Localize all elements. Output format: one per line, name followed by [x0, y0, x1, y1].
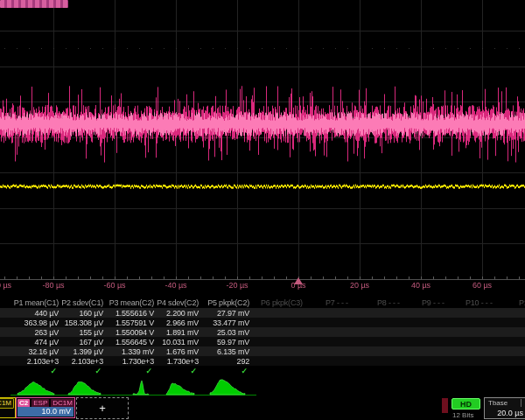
bit-depth-label: 12 Bits: [452, 411, 473, 419]
status-check-icon: ✓: [241, 367, 248, 375]
time-axis-label: -60 µs: [103, 281, 125, 290]
param-header-disabled[interactable]: P7 - - -: [326, 298, 348, 307]
status-check-icon: ✓: [50, 367, 57, 375]
param-value-cell: 155 µV: [79, 328, 103, 337]
param-header[interactable]: P4 sdev(C2): [157, 298, 199, 307]
param-value-cell: 440 µV: [34, 309, 59, 318]
param-value-cell: 292: [237, 357, 249, 366]
time-axis-label: -40 µs: [164, 281, 186, 290]
param-value-cell: 6.135 mV: [217, 347, 249, 356]
param-header-disabled[interactable]: P8 - - -: [377, 298, 400, 307]
time-axis: -100 µs-80 µs-60 µs-40 µs-20 µs0 µs20 µs…: [0, 281, 525, 291]
add-trace-plus-icon: +: [99, 401, 106, 414]
param-value-cell: 25.03 mV: [217, 328, 249, 337]
measurement-table[interactable]: P1 mean(C1)440 µV363.98 µV263 µV474 µV32…: [0, 296, 525, 399]
time-axis-label: 0 µs: [290, 281, 305, 290]
timebase-value: 20.0 µs: [485, 409, 523, 417]
param-value-cell: 1.557591 V: [116, 318, 154, 327]
c1-coupling-chip: DC1M: [0, 398, 14, 409]
param-value-cell: 1.555616 V: [116, 309, 154, 318]
param-value-cell: 32.16 µV: [28, 347, 59, 356]
param-value-cell: 2.103e+3: [72, 357, 103, 366]
hd-badge-label: HD: [460, 400, 472, 409]
time-axis-label: 60 µs: [472, 281, 492, 290]
param-value-cell: 59.97 mV: [217, 338, 249, 346]
param-header[interactable]: P5 pkpk(C2): [207, 298, 249, 307]
param-value-cell: 2.966 mV: [166, 318, 199, 327]
c1-chip-row: DC1M: [0, 399, 14, 408]
param-header-disabled[interactable]: P11: [519, 298, 525, 307]
param-value-cell: 263 µV: [34, 328, 59, 337]
top-left-overlay-badge[interactable]: [0, 0, 68, 8]
time-axis-label: -80 µs: [42, 281, 64, 290]
param-value-cell: 1.730e+3: [167, 357, 199, 366]
param-value-cell: 474 µV: [34, 338, 59, 346]
param-value-cell: 1.730e+3: [122, 357, 154, 366]
param-value-cell: 1.339 mV: [122, 347, 154, 356]
time-axis-label: -100 µs: [0, 281, 11, 290]
param-value-cell: 167 µV: [79, 338, 103, 346]
param-value-cell: 363.98 µV: [24, 318, 59, 327]
status-check-icon: ✓: [94, 367, 102, 375]
param-value-cell: 1.399 µV: [73, 347, 103, 356]
hd-mode-badge[interactable]: HD: [452, 398, 480, 410]
param-value-cell: 27.97 mV: [217, 309, 249, 318]
param-value-cell: 1.556645 V: [116, 338, 154, 346]
param-header[interactable]: P1 mean(C1): [14, 298, 59, 307]
param-header-disabled[interactable]: P6 pkpk(C3): [261, 298, 303, 307]
param-header[interactable]: P3 mean(C2): [109, 298, 154, 307]
status-check-icon: ✓: [145, 367, 152, 375]
time-axis-label: 40 µs: [411, 281, 430, 290]
param-value-cell: 1.891 mV: [166, 328, 199, 337]
param-header[interactable]: P2 sdev(C1): [61, 298, 103, 307]
param-value-cell: 10.031 mV: [162, 338, 199, 346]
timebase-divider: [521, 399, 522, 407]
c2-scale-value: 10.0 mV: [18, 407, 74, 416]
param-value-cell: 1.550094 V: [116, 328, 154, 337]
param-value-cell: 158.308 µV: [65, 318, 103, 327]
descriptor-bar: DC1M 0 mV C2 ESP DC1M 10.0 mV + HD 12 Bi…: [0, 396, 525, 420]
trigger-descriptor-partial[interactable]: [442, 398, 448, 413]
param-value-cell: 160 µV: [79, 309, 103, 318]
param-value-cell: 2.200 mV: [166, 309, 199, 318]
channel-c2-descriptor[interactable]: C2 ESP DC1M 10.0 mV: [16, 397, 75, 418]
param-header-disabled[interactable]: P9 - - -: [422, 298, 444, 307]
empty-trace-slot[interactable]: +: [76, 397, 129, 419]
param-value-cell: 1.676 mV: [166, 347, 199, 356]
time-axis-label: -20 µs: [226, 281, 248, 290]
time-axis-label: 20 µs: [350, 281, 369, 290]
channel-c1-descriptor[interactable]: DC1M 0 mV: [0, 397, 16, 418]
param-header-disabled[interactable]: P10 - - -: [466, 298, 493, 307]
oscilloscope-screen: -100 µs-80 µs-60 µs-40 µs-20 µs0 µs20 µs…: [0, 0, 525, 420]
param-value-cell: 33.477 mV: [213, 318, 249, 327]
param-value-cell: 2.103e+3: [27, 357, 59, 366]
status-check-icon: ✓: [190, 367, 197, 375]
timebase-title: Tbase: [488, 399, 508, 407]
timebase-descriptor[interactable]: Tbase 20.0 µs: [484, 397, 525, 419]
